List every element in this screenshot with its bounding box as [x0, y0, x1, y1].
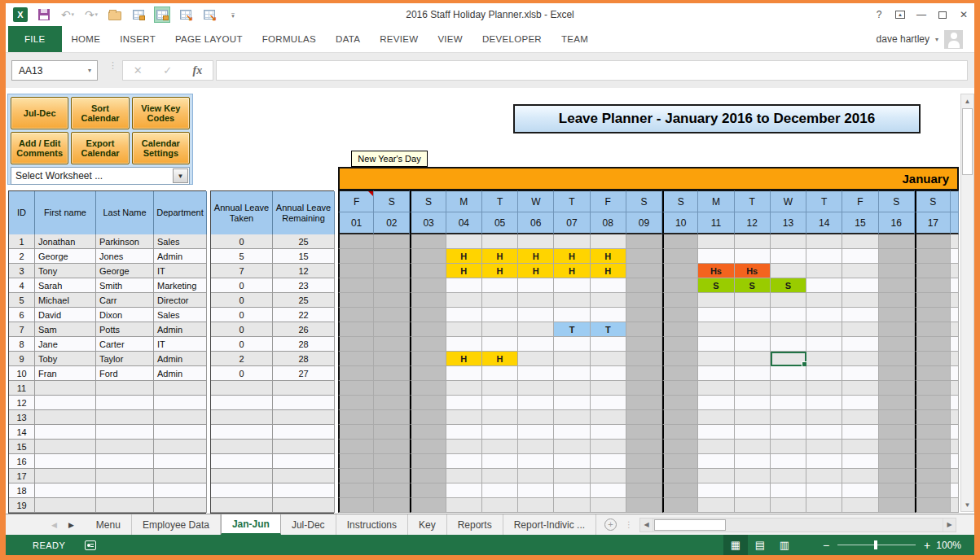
calendar-cell[interactable]: [338, 469, 374, 483]
name-box[interactable]: AA13 ▾: [11, 60, 98, 81]
calendar-cell[interactable]: [842, 234, 878, 249]
table-cell-lastname[interactable]: [96, 483, 154, 498]
calendar-cell[interactable]: [771, 410, 806, 425]
calendar-cell[interactable]: [915, 234, 951, 249]
table-cell-leave-remaining[interactable]: 12: [273, 264, 335, 278]
table-cell-leave-taken[interactable]: 0: [211, 322, 273, 337]
calendar-cell[interactable]: [806, 293, 842, 308]
table-cell-id[interactable]: 11: [9, 381, 35, 396]
ribbon-tab-home[interactable]: HOME: [62, 26, 111, 52]
calendar-cell[interactable]: [879, 381, 915, 396]
calendar-cell[interactable]: [482, 337, 518, 352]
calendar-cell[interactable]: [698, 234, 734, 249]
calendar-cell[interactable]: [698, 381, 734, 396]
calendar-cell[interactable]: [842, 396, 878, 410]
calendar-cell[interactable]: [879, 337, 915, 352]
calendar-cell[interactable]: [698, 308, 734, 322]
leave-cell-S[interactable]: S: [735, 278, 771, 293]
sheet-tab-reports[interactable]: Reports: [447, 514, 503, 535]
undo-icon[interactable]: ↶▾: [59, 7, 76, 23]
day-number-07[interactable]: 07: [554, 212, 590, 234]
calendar-cell[interactable]: [591, 234, 626, 249]
calendar-cell[interactable]: [698, 498, 734, 513]
table-cell-leave-remaining[interactable]: 23: [273, 278, 335, 293]
calendar-cell[interactable]: [915, 381, 951, 396]
calendar-cell[interactable]: [374, 264, 410, 278]
calendar-cell[interactable]: [771, 366, 806, 381]
calendar-cell[interactable]: [410, 425, 446, 440]
panel-button-add-edit-comments[interactable]: Add / Edit Comments: [11, 132, 68, 164]
table-cell-lastname[interactable]: Ford: [96, 366, 154, 381]
leave-cell-H[interactable]: H: [518, 264, 554, 278]
day-number-11[interactable]: 11: [698, 212, 734, 234]
calendar-cell[interactable]: [518, 483, 554, 498]
table-cell-leave-taken[interactable]: [211, 498, 273, 513]
calendar-cell[interactable]: [879, 483, 915, 498]
table-cell-leave-remaining[interactable]: 27: [273, 366, 335, 381]
leave-cell-H[interactable]: H: [554, 249, 590, 264]
calendar-cell[interactable]: [806, 469, 842, 483]
calendar-cell[interactable]: [374, 234, 410, 249]
ribbon-tab-insert[interactable]: INSERT: [110, 26, 165, 52]
calendar-cell[interactable]: [915, 440, 951, 454]
calendar-cell[interactable]: [446, 440, 482, 454]
calendar-cell[interactable]: [771, 440, 806, 454]
calendar-cell[interactable]: [518, 352, 554, 366]
ribbon-tab-team[interactable]: TEAM: [552, 26, 598, 52]
calendar-cell[interactable]: [338, 410, 374, 425]
table-cell-leave-remaining[interactable]: [273, 454, 335, 469]
calendar-cell[interactable]: [338, 308, 374, 322]
calendar-cell[interactable]: [662, 410, 698, 425]
calendar-cell[interactable]: [915, 264, 951, 278]
calendar-cell[interactable]: [626, 396, 662, 410]
calendar-cell[interactable]: [518, 278, 554, 293]
day-letter-02[interactable]: S: [374, 190, 410, 212]
calendar-cell[interactable]: [771, 469, 806, 483]
calendar-cell[interactable]: [735, 249, 771, 264]
calendar-cell[interactable]: [879, 396, 915, 410]
leave-cell-H[interactable]: H: [518, 249, 554, 264]
table-cell-lastname[interactable]: Carr: [96, 293, 154, 308]
calendar-cell[interactable]: [806, 396, 842, 410]
calendar-cell[interactable]: [842, 249, 878, 264]
calendar-cell[interactable]: [842, 469, 878, 483]
table-cell-leave-remaining[interactable]: [273, 410, 335, 425]
calendar-cell[interactable]: [698, 410, 734, 425]
calendar-cell[interactable]: [842, 454, 878, 469]
calendar-cell[interactable]: [446, 308, 482, 322]
table-cell-firstname[interactable]: [35, 498, 96, 513]
table-cell-department[interactable]: [154, 425, 207, 440]
table-cell-department[interactable]: IT: [154, 337, 207, 352]
calendar-cell[interactable]: [554, 425, 590, 440]
calendar-cell[interactable]: [915, 469, 951, 483]
day-letter-04[interactable]: M: [446, 190, 482, 212]
table-cell-leave-remaining[interactable]: 25: [273, 293, 335, 308]
calendar-cell[interactable]: [735, 234, 771, 249]
calendar-cell[interactable]: [879, 293, 915, 308]
calendar-cell[interactable]: [771, 454, 806, 469]
calendar-cell[interactable]: [879, 469, 915, 483]
sheet-tab-employee-data[interactable]: Employee Data: [132, 514, 221, 535]
table-cell-lastname[interactable]: George: [96, 264, 154, 278]
calendar-cell[interactable]: [735, 293, 771, 308]
table-cell-leave-taken[interactable]: [211, 483, 273, 498]
sheet-tab-instructions[interactable]: Instructions: [336, 514, 408, 535]
calendar-cell[interactable]: [662, 396, 698, 410]
calendar-cell[interactable]: [554, 234, 590, 249]
calendar-cell[interactable]: [554, 483, 590, 498]
redo-icon[interactable]: ↷▾: [83, 7, 99, 23]
worksheet-selector[interactable]: Select Worksheet ... ▼: [11, 167, 190, 185]
table-cell-leave-remaining[interactable]: 25: [273, 234, 335, 249]
table-cell-id[interactable]: 9: [9, 352, 35, 366]
table-cell-id[interactable]: 4: [9, 278, 35, 293]
day-number-05[interactable]: 05: [482, 212, 518, 234]
cancel-icon[interactable]: ✕: [134, 64, 143, 77]
calendar-cell[interactable]: [626, 337, 662, 352]
table-cell-id[interactable]: 3: [9, 264, 35, 278]
calendar-cell[interactable]: [735, 352, 771, 366]
calendar-cell[interactable]: [771, 352, 806, 366]
horizontal-scroll-thumb[interactable]: [654, 519, 726, 531]
calendar-cell[interactable]: [482, 293, 518, 308]
day-letter-10[interactable]: S: [662, 190, 698, 212]
calendar-cell[interactable]: [662, 293, 698, 308]
